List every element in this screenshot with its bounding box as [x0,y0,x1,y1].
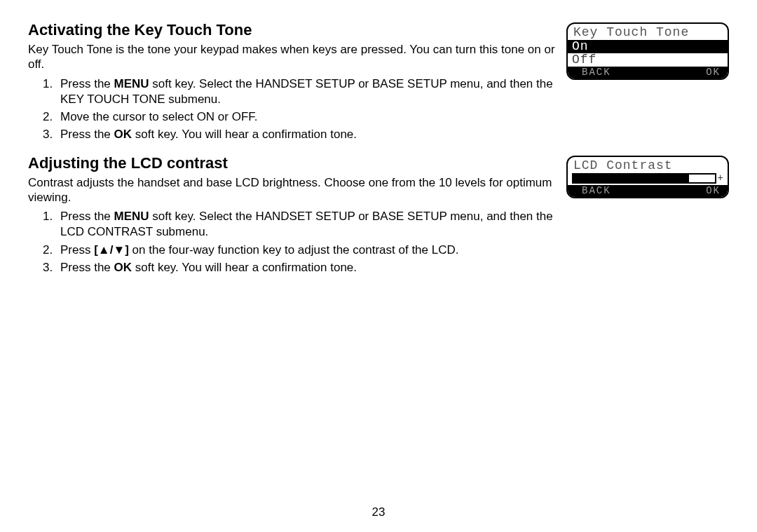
step3-text-a: Press the [60,128,114,141]
ok-softkey-label: OK [114,128,132,141]
step2-text-a: Press [60,243,94,257]
steps-lcd-contrast: Press the MENU soft key. Select the HAND… [56,209,558,275]
step3-text-a: Press the [60,261,114,274]
section-key-touch-tone: Activating the Key Touch Tone Key Touch … [28,21,729,144]
lcd-contrast-bar-empty [689,175,714,182]
lcd-title: Key Touch Tone [568,24,728,40]
heading-key-touch-tone: Activating the Key Touch Tone [28,21,558,39]
step-2: Press [▲/▼] on the four-way function key… [56,243,558,258]
lcd-softkeys: BACK OK [568,185,728,197]
lcd-back-softkey: BACK [582,67,611,77]
ok-softkey-label: OK [114,261,132,274]
section2-text: Adjusting the LCD contrast Contrast adju… [28,154,558,278]
step-3: Press the OK soft key. You will hear a c… [56,127,558,142]
lcd-option-off: Off [568,53,728,67]
lcd-contrast-bar-row: + [568,173,728,185]
plus-icon: + [718,173,723,183]
step3-text-b: soft key. You will hear a confirmation t… [132,128,357,141]
section1-text: Activating the Key Touch Tone Key Touch … [28,21,558,144]
intro-key-touch-tone: Key Touch Tone is the tone your keypad m… [28,42,558,72]
section-lcd-contrast: Adjusting the LCD contrast Contrast adju… [28,154,729,278]
step-1: Press the MENU soft key. Select the HAND… [56,76,558,107]
lcd-softkeys: BACK OK [568,67,728,79]
lcd-key-touch-tone: Key Touch Tone On Off BACK OK [566,22,729,80]
up-down-arrow-keys-icon: [▲/▼] [94,243,129,257]
lcd-ok-softkey: OK [706,67,721,77]
heading-lcd-contrast: Adjusting the LCD contrast [28,154,558,172]
step3-text-b: soft key. You will hear a confirmation t… [132,261,357,274]
step-3: Press the OK soft key. You will hear a c… [56,260,558,275]
steps-key-touch-tone: Press the MENU soft key. Select the HAND… [56,76,558,142]
lcd-title: LCD Contrast [568,157,728,173]
lcd-contrast-bar [572,173,716,184]
menu-softkey-label: MENU [114,77,149,90]
lcd-contrast-screen: LCD Contrast + BACK OK [566,156,729,198]
page-number: 23 [0,505,757,519]
lcd-back-softkey: BACK [582,186,611,196]
step2-text-b: on the four-way function key to adjust t… [129,243,459,257]
lcd-ok-softkey: OK [706,186,721,196]
intro-lcd-contrast: Contrast adjusts the handset and base LC… [28,175,558,205]
step1-text-a: Press the [60,77,114,90]
step1-text-a: Press the [60,210,114,223]
menu-softkey-label: MENU [114,210,149,223]
step-1: Press the MENU soft key. Select the HAND… [56,209,558,240]
lcd-option-on: On [568,40,728,53]
step-2: Move the cursor to select ON or OFF. [56,109,558,125]
